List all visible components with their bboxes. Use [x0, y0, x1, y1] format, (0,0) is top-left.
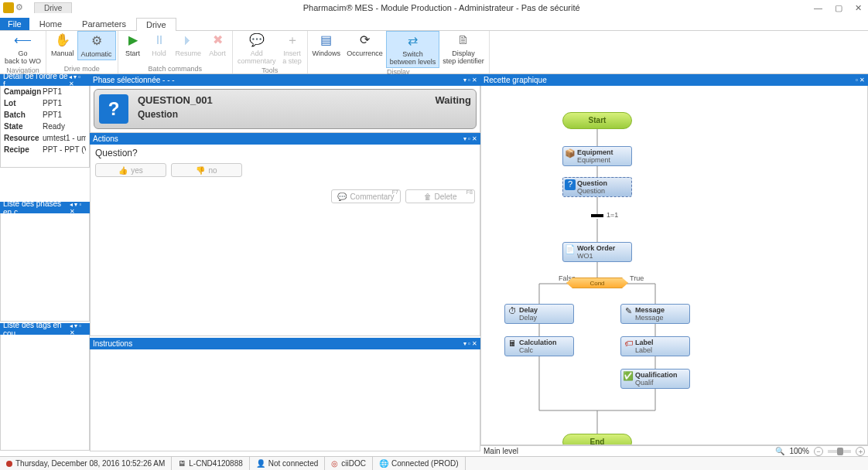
minimize-button[interactable]: —: [811, 3, 825, 13]
node-calculation[interactable]: 🖩 Calculation Calc: [504, 336, 574, 356]
zoom-icon[interactable]: 🔍: [775, 447, 784, 455]
detail-row: StateReady: [1, 121, 89, 132]
message-icon: ✎: [623, 306, 634, 317]
panel-instructions-title: Instructions: [93, 339, 132, 348]
node-question[interactable]: ? Question Question: [562, 177, 632, 197]
node-equipment[interactable]: 📦 Equipment Equipment: [562, 146, 632, 166]
zoom-in-button[interactable]: ＋: [856, 447, 865, 456]
node-end[interactable]: End: [562, 434, 632, 445]
panel-instructions-tools[interactable]: ▾ ▫ ✕: [463, 340, 477, 347]
manual-button[interactable]: ✋ Manual: [48, 31, 77, 59]
delete-button[interactable]: 🗑 DeleteF8: [405, 189, 475, 203]
hold-button[interactable]: ⏸ Hold: [146, 31, 173, 59]
node-label[interactable]: 🏷 Label Label: [620, 336, 690, 356]
workorder-title: Work Order: [577, 244, 629, 252]
occurrence-label: Occurrence: [347, 49, 383, 57]
occurrence-button[interactable]: ⟳ Occurrence: [343, 31, 386, 59]
cond-true-label: True: [630, 274, 644, 282]
calc-sub: Calc: [519, 346, 571, 354]
switch-levels-button[interactable]: ⇄ Switch between levels: [386, 31, 440, 68]
panel-actions-tools[interactable]: ▾ ▫ ✕: [463, 135, 477, 142]
abort-button[interactable]: ✖ Abort: [204, 31, 231, 59]
start-button[interactable]: ▶ Start: [120, 31, 146, 59]
node-cond[interactable]: Cond: [566, 278, 628, 288]
panel-phases-tools[interactable]: ◂ ▾ ▫ ✕: [70, 201, 87, 215]
node-message[interactable]: ✎ Message Message: [620, 304, 690, 324]
equipment-sub: Equipment: [577, 156, 629, 164]
go-back-button[interactable]: ⟵ Go back to WO: [2, 31, 44, 66]
group-batch-label: Batch commands: [120, 65, 231, 73]
node-qualification[interactable]: ✅ Qualification Qualif: [620, 369, 690, 389]
middle-column: Phase sélectionnée - - - ▾ ▫ ✕ ? QUESTIO…: [90, 74, 480, 456]
zoom-slider[interactable]: [828, 450, 851, 453]
yes-button[interactable]: 👍 yes: [95, 163, 166, 177]
node-start[interactable]: Start: [562, 112, 632, 129]
panel-tags-list: Liste des tags en cou ◂ ▾ ▫ ✕: [0, 323, 90, 451]
panel-recipe-tools[interactable]: ▫ ✕: [856, 77, 865, 83]
windows-button[interactable]: ▤ Windows: [309, 31, 344, 59]
phase-label: Question: [138, 109, 436, 120]
go-back-label1: Go: [19, 49, 28, 57]
workarea: Détail de l'ordre de f ◂ ▾ ▫ ✕ CampaignP…: [0, 74, 868, 456]
detail-key: State: [4, 122, 43, 131]
panel-phase-header[interactable]: Phase sélectionnée - - - ▾ ▫ ✕: [90, 74, 480, 86]
tab-parameters[interactable]: Parameters: [72, 17, 136, 30]
zoom-controls: 🔍 100% − ＋: [775, 447, 865, 456]
tab-home[interactable]: Home: [29, 17, 72, 30]
app-icon: [3, 2, 14, 13]
group-drive-mode: ✋ Manual ⚙ Automatic Drive mode: [46, 31, 118, 73]
file-tab[interactable]: File: [0, 18, 29, 30]
maximize-button[interactable]: ▢: [832, 3, 846, 13]
left-column: Détail de l'ordre de f ◂ ▾ ▫ ✕ CampaignP…: [0, 74, 90, 456]
qualif-title: Qualification: [635, 371, 687, 379]
panel-tags-tools[interactable]: ◂ ▾ ▫ ✕: [70, 322, 87, 336]
detail-value: PPT1: [43, 111, 86, 119]
no-button[interactable]: 👎 no: [171, 163, 242, 177]
panel-phase-tools[interactable]: ▾ ▫ ✕: [463, 77, 477, 83]
quick-access-icons: ⚙: [3, 2, 26, 13]
question-icon: ?: [99, 94, 128, 124]
yes-label: yes: [131, 166, 143, 175]
zoom-out-button[interactable]: −: [814, 447, 823, 456]
automatic-button[interactable]: ⚙ Automatic: [77, 31, 116, 60]
gear-icon[interactable]: ⚙: [15, 2, 26, 13]
node-delay[interactable]: ⏱ Delay Delay: [504, 304, 574, 324]
page-icon: 🗎: [456, 32, 471, 48]
resume-button[interactable]: ⏵ Resume: [173, 31, 205, 59]
computer-icon: 🖥: [178, 459, 186, 468]
display-step-id-button[interactable]: 🗎 Display step identifier: [439, 31, 487, 66]
insert-step-button[interactable]: ＋ Insert a step: [279, 31, 306, 66]
detail-row: Resourceumtest1 - umt: [1, 132, 89, 144]
panel-instructions-header[interactable]: Instructions ▾ ▫ ✕: [90, 338, 480, 349]
manual-label: Manual: [51, 49, 74, 57]
detail-row: CampaignPPT1: [1, 86, 89, 97]
commentary-button[interactable]: 💬 CommentaryF7: [331, 189, 401, 203]
calc-title: Calculation: [519, 339, 571, 346]
question-sub: Question: [577, 187, 629, 195]
panel-detail-header[interactable]: Détail de l'ordre de f ◂ ▾ ▫ ✕: [0, 74, 90, 86]
close-button[interactable]: ✕: [852, 3, 865, 13]
qualif-icon: ✅: [623, 371, 634, 382]
panel-phases-title: Liste des phases en c: [3, 199, 70, 216]
panel-recipe-header[interactable]: Recette graphique ▫ ✕: [480, 74, 868, 86]
flowchart[interactable]: Start 📦 Equipment Equipment ? Question Q…: [481, 86, 867, 444]
commentary-label: Commentary: [350, 192, 394, 201]
panel-phases-header[interactable]: Liste des phases en c ◂ ▾ ▫ ✕: [0, 202, 90, 213]
question-title: Question: [577, 179, 629, 187]
detail-key: Batch: [4, 111, 43, 119]
detail-value: Ready: [43, 122, 86, 131]
insert-l1: Insert: [283, 49, 301, 57]
panel-detail: Détail de l'ordre de f ◂ ▾ ▫ ✕ CampaignP…: [0, 74, 90, 168]
phase-summary-box: ? QUESTION_001 Question Waiting: [94, 89, 477, 129]
add-commentary-button[interactable]: 💬 Add commentary: [234, 31, 279, 66]
panel-actions-header[interactable]: Actions ▾ ▫ ✕: [90, 133, 480, 145]
tab-drive[interactable]: Drive: [136, 18, 176, 31]
switch-l2: between levels: [390, 58, 436, 66]
panel-recipe-body: Start 📦 Equipment Equipment ? Question Q…: [480, 86, 868, 445]
group-display: ▤ Windows ⟳ Occurrence ⇄ Switch between …: [308, 31, 490, 73]
node-workorder[interactable]: 📄 Work Order WO1: [562, 242, 632, 262]
insert-icon: ＋: [285, 32, 300, 48]
panel-detail-tools[interactable]: ◂ ▾ ▫ ✕: [69, 73, 87, 87]
insert-l2: a step: [282, 57, 302, 65]
panel-tags-header[interactable]: Liste des tags en cou ◂ ▾ ▫ ✕: [0, 323, 90, 335]
